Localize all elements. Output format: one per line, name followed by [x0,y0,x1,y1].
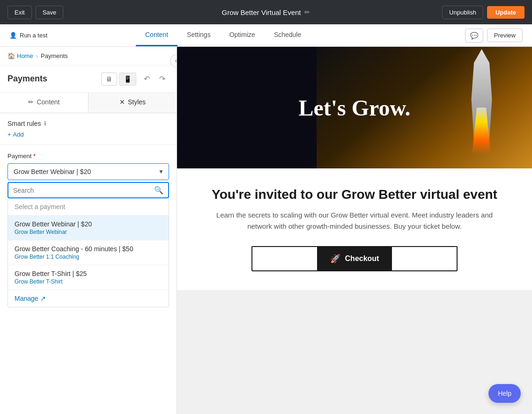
topbar-right: Unpublish Update [442,6,525,19]
search-container: 🔍 [7,182,169,198]
main-layout: « 🏠 Home › Payments Payments 🖥 📱 ↶ ↷ [0,47,532,414]
placeholder-text: Select a payment [15,203,65,211]
run-test-button[interactable]: 👤 Run a test [9,32,47,39]
coaching-item-sub: Grow Better 1:1 Coaching [15,254,162,260]
breadcrumb: 🏠 Home › Payments [0,47,177,65]
search-button[interactable]: 🔍 [154,186,163,195]
tab-settings[interactable]: Settings [177,24,220,46]
content-tab-label: Content [37,98,59,106]
tab-content[interactable]: Content [136,24,177,46]
content-tab-icon: ✏ [28,98,34,106]
left-panel: « 🏠 Home › Payments Payments 🖥 📱 ↶ ↷ [0,47,177,414]
coaching-item-main: Grow Better Coaching - 60 minutes | $50 [15,245,162,253]
exit-button[interactable]: Exit [7,6,32,19]
payment-section: Payment * Grow Better Webinar | $20 ▼ 🔍 [0,145,177,315]
preview-button[interactable]: Preview [487,29,523,42]
styles-tab-icon: ✕ [119,98,125,106]
add-icon: + [7,131,11,138]
panel-title: Payments [7,74,47,84]
checkout-rocket-icon: 🚀 [330,254,340,264]
tab-optimize[interactable]: Optimize [220,24,265,46]
checkout-right-area [392,247,457,270]
manage-link[interactable]: Manage ↗ [8,290,169,307]
nav-row: 👤 Run a test Content Settings Optimize S… [0,24,532,47]
nav-tabs: Content Settings Optimize Schedule [136,24,310,46]
webinar-item-main: Grow Better Webinar | $20 [15,220,162,228]
redo-button[interactable]: ↷ [155,72,169,86]
webinar-item-sub: Grow Better Webinar [15,229,162,235]
info-icon[interactable]: ℹ [44,120,46,127]
run-test-label: Run a test [20,32,47,39]
dropdown-list: Select a payment Grow Better Webinar | $… [7,198,169,307]
payment-label: Payment * [7,153,169,160]
dropdown-display[interactable]: Grow Better Webinar | $20 ▼ [7,163,169,180]
search-input[interactable] [13,187,154,194]
smart-rules-section: Smart rules ℹ + Add [0,113,177,145]
breadcrumb-current: Payments [41,52,68,59]
topbar-center: Grow Better Virtual Event ✏ [222,8,310,16]
checkout-left-area [252,247,317,270]
unpublish-button[interactable]: Unpublish [442,6,483,19]
add-label: Add [13,131,24,138]
checkout-button[interactable]: 🚀 Checkout [317,247,392,270]
tshirt-item-main: Grow Better T-Shirt | $25 [15,270,162,277]
panel-tab-content[interactable]: ✏ Content [0,93,89,113]
checkout-label: Checkout [345,254,379,263]
tab-schedule[interactable]: Schedule [265,24,310,46]
device-buttons: 🖥 📱 [101,73,136,86]
panel-tab-styles[interactable]: ✕ Styles [89,93,177,113]
required-marker: * [33,153,36,160]
help-button[interactable]: Help [488,384,521,403]
panel-tabs: ✏ Content ✕ Styles [0,93,177,113]
home-icon: 🏠 [7,52,15,59]
breadcrumb-separator: › [36,52,38,59]
navrow-right: 💬 Preview [465,29,523,43]
lp-content: You're invited to our Grow Better virtua… [177,168,532,290]
edit-icon[interactable]: ✏ [304,8,310,16]
preview-area: Let's Grow. You're invited to our Grow B… [177,47,532,414]
run-test-icon: 👤 [9,32,17,39]
lp-heading: You're invited to our Grow Better virtua… [186,187,523,202]
topbar-left: Exit Save [7,6,63,19]
search-icon: 🔍 [154,186,163,194]
dropdown-item-tshirt[interactable]: Grow Better T-Shirt | $25 Grow Better T-… [8,265,169,290]
device-mobile-button[interactable]: 📱 [119,73,136,86]
hero-title: Let's Grow. [298,95,410,121]
tshirt-item-sub: Grow Better T-Shirt [15,278,162,285]
chat-icon-button[interactable]: 💬 [465,29,483,43]
checkout-bar: 🚀 Checkout [251,246,458,271]
dropdown-item-placeholder[interactable]: Select a payment [8,198,169,216]
undo-button[interactable]: ↶ [140,72,154,86]
device-desktop-button[interactable]: 🖥 [101,73,117,86]
dropdown-selected-value: Grow Better Webinar | $20 [14,168,91,175]
undo-redo: ↶ ↷ [140,72,169,86]
breadcrumb-home[interactable]: 🏠 Home [7,52,33,59]
manage-external-icon: ↗ [40,295,46,302]
topbar: Exit Save Grow Better Virtual Event ✏ Un… [0,0,532,24]
payment-dropdown: Grow Better Webinar | $20 ▼ 🔍 Select a p… [7,163,169,307]
page-title: Grow Better Virtual Event [222,8,301,16]
dropdown-arrow-icon: ▼ [158,168,164,175]
dropdown-item-webinar[interactable]: Grow Better Webinar | $20 Grow Better We… [8,216,169,240]
dropdown-item-coaching[interactable]: Grow Better Coaching - 60 minutes | $50 … [8,240,169,265]
save-button[interactable]: Save [36,6,64,19]
smart-rules-label: Smart rules [7,120,41,127]
panel-header: Payments 🖥 📱 ↶ ↷ [0,65,177,93]
add-smart-rule-button[interactable]: + Add [7,131,169,138]
smart-rules-header: Smart rules ℹ [7,120,169,127]
manage-label: Manage [15,295,38,302]
styles-tab-label: Styles [128,98,146,106]
lp-subtext: Learn the secrets to scaling with our Gr… [214,210,495,232]
lp-hero: Let's Grow. [177,47,532,168]
update-button[interactable]: Update [487,6,525,19]
